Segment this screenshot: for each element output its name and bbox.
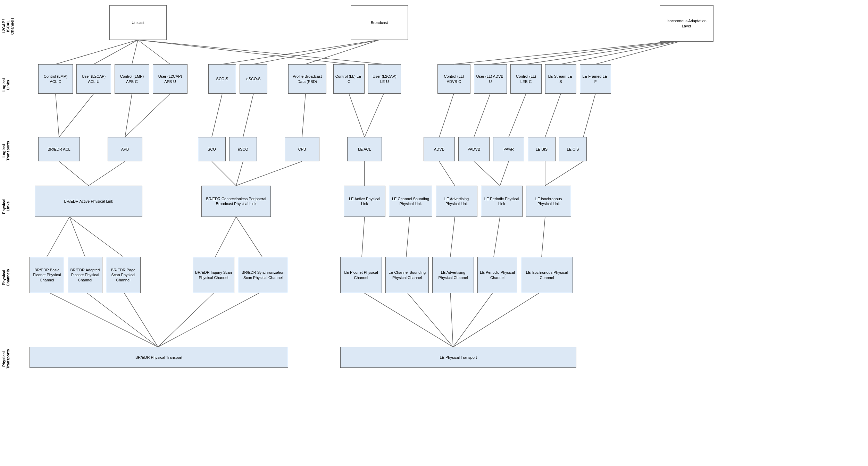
svg-line-19 xyxy=(243,94,253,137)
svg-line-32 xyxy=(236,161,302,186)
svg-line-14 xyxy=(56,94,59,137)
svg-line-30 xyxy=(212,161,236,186)
svg-line-3 xyxy=(138,40,170,64)
row-label-logical-links: LogicalLinks xyxy=(2,64,12,106)
svg-line-41 xyxy=(69,217,123,257)
svg-line-28 xyxy=(59,161,89,186)
le-stream-le-s-node: LE-Stream LE-S xyxy=(545,64,576,94)
row-label-physical-links: PhysicalLinks xyxy=(2,186,12,227)
svg-line-40 xyxy=(69,217,85,257)
svg-line-55 xyxy=(406,291,453,347)
svg-line-42 xyxy=(215,217,236,257)
le-active-pl-node: LE Active Physical Link xyxy=(344,186,385,217)
svg-line-22 xyxy=(365,94,384,137)
le-periodic-pl-node: LE Periodic Physical Link xyxy=(481,186,523,217)
svg-line-4 xyxy=(138,40,349,64)
broadcast-node: Broadcast xyxy=(351,5,408,40)
bredr-active-pl-node: BR/EDR Active Physical Link xyxy=(35,186,142,217)
svg-line-57 xyxy=(453,291,494,347)
apb-node: APB xyxy=(108,137,142,161)
row-label-l2cap: L2CAP \ISOALChannels xyxy=(2,5,12,47)
bredr-basic-pc-node: BR/EDR Basic Piconet Physical Channel xyxy=(30,257,64,293)
svg-line-27 xyxy=(583,94,595,137)
svg-line-49 xyxy=(47,291,158,347)
svg-line-17 xyxy=(125,94,170,137)
svg-line-13 xyxy=(595,40,686,64)
svg-line-50 xyxy=(85,291,158,347)
diagram-container: L2CAP \ISOALChannels LogicalLinks Logica… xyxy=(0,0,868,466)
svg-line-12 xyxy=(561,40,686,64)
le-adv-pc-node: LE Advertising Physical Channel xyxy=(432,257,474,293)
user-l2cap-acl-u-node: User (L2CAP) ACL-U xyxy=(76,64,111,94)
svg-line-9 xyxy=(454,40,686,64)
svg-line-29 xyxy=(89,161,125,186)
svg-line-23 xyxy=(439,94,454,137)
le-periodic-pc-node: LE Periodic Physical Channel xyxy=(477,257,517,293)
row-label-logical-transports: LogicalTransports xyxy=(2,135,12,167)
svg-line-52 xyxy=(158,291,215,347)
le-adv-pl-node: LE Advertising Physical Link xyxy=(436,186,477,217)
bredr-cpb-pl-node: BR/EDR Connectionless Peripheral Broadca… xyxy=(201,186,271,217)
user-l2cap-le-u-node: User (L2CAP) LE-U xyxy=(368,64,401,94)
row-label-physical-transports: PhysicalTransports xyxy=(2,347,12,371)
user-ll-advb-u-node: User (LL) ADVB-U xyxy=(474,64,507,94)
profile-broadcast-node: Profile Broadcast Data (PBD) xyxy=(288,64,326,94)
svg-line-56 xyxy=(450,291,453,347)
svg-line-15 xyxy=(59,94,94,137)
svg-line-44 xyxy=(362,217,365,257)
le-iso-pc-node: LE Isochronous Physical Channel xyxy=(521,257,573,293)
bredr-sync-scan-pc-node: BR/EDR Synchronization Scan Physical Cha… xyxy=(238,257,288,293)
svg-line-2 xyxy=(132,40,138,64)
svg-line-43 xyxy=(236,217,262,257)
svg-line-18 xyxy=(212,94,222,137)
bredr-inquiry-pc-node: BR/EDR Inquiry Scan Physical Channel xyxy=(193,257,234,293)
svg-line-25 xyxy=(509,94,526,137)
svg-line-6 xyxy=(222,40,379,64)
svg-line-47 xyxy=(494,217,500,257)
svg-line-16 xyxy=(125,94,132,137)
isoal-node: Isochronous Adaptation Layer xyxy=(660,5,713,42)
pawr-node: PAwR xyxy=(493,137,524,161)
ctrl-ll-le-c-node: Control (LL) LE-C xyxy=(333,64,365,94)
svg-line-34 xyxy=(439,161,455,186)
svg-line-39 xyxy=(47,217,69,257)
svg-line-0 xyxy=(56,40,138,64)
svg-line-24 xyxy=(474,94,490,137)
padvb-node: PADVB xyxy=(458,137,490,161)
sco-s-node: SCO-S xyxy=(208,64,236,94)
svg-line-36 xyxy=(500,161,509,186)
svg-line-38 xyxy=(545,161,583,186)
bredr-page-scan-pc-node: BR/EDR Page Scan Physical Channel xyxy=(106,257,141,293)
svg-line-20 xyxy=(302,94,306,137)
svg-line-51 xyxy=(123,291,158,347)
le-acl-node: LE ACL xyxy=(347,137,382,161)
ctrl-ll-advb-c-node: Control (LL) ADVB-C xyxy=(437,64,470,94)
svg-line-58 xyxy=(453,291,542,347)
le-bis-node: LE BIS xyxy=(528,137,556,161)
svg-line-7 xyxy=(253,40,379,64)
bredr-adapted-pc-node: BR/EDR Adapted Piconet Physical Channel xyxy=(68,257,102,293)
svg-line-5 xyxy=(138,40,384,64)
le-iso-pl-node: LE Isochronous Physical Link xyxy=(526,186,571,217)
unicast-node: Unicast xyxy=(109,5,167,40)
le-pt-node: LE Physical Transport xyxy=(340,347,576,368)
svg-line-11 xyxy=(526,40,686,64)
svg-line-35 xyxy=(474,161,500,186)
row-label-physical-channels: PhysicalChannels xyxy=(2,257,12,298)
cpb-node: CPB xyxy=(285,137,319,161)
ctrl-lmp-acl-c-node: Control (LMP) ACL-C xyxy=(38,64,73,94)
bredr-pt-node: BR/EDR Physical Transport xyxy=(30,347,288,368)
svg-line-8 xyxy=(306,40,379,64)
esco-s-node: eSCO-S xyxy=(240,64,267,94)
esco-node: eSCO xyxy=(229,137,257,161)
bredr-acl-node: BR/EDR ACL xyxy=(38,137,80,161)
svg-line-46 xyxy=(450,217,455,257)
le-cis-node: LE CIS xyxy=(559,137,587,161)
svg-line-1 xyxy=(94,40,138,64)
ctrl-ll-leb-c-node: Control (LL) LEB-C xyxy=(510,64,542,94)
le-framed-le-f-node: LE-Framed LE-F xyxy=(580,64,611,94)
ctrl-lmp-apb-c-node: Control (LMP) APB-C xyxy=(115,64,149,94)
le-piconet-pc-node: LE Piconet Physical Channel xyxy=(340,257,382,293)
le-cs-pl-node: LE Channel Sounding Physical Link xyxy=(389,186,432,217)
le-cs-pc-node: LE Channel Sounding Physical Channel xyxy=(385,257,429,293)
